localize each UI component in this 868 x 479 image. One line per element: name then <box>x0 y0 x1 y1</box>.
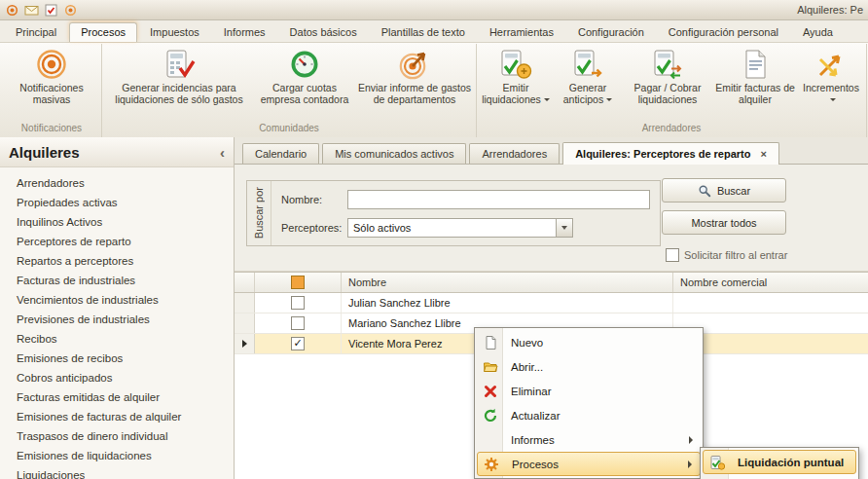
submenu-arrow-icon <box>688 461 692 468</box>
send-report-icon <box>398 48 431 81</box>
ribbon-tab-herramientas[interactable]: Herramientas <box>478 22 565 42</box>
mostrar-todos-label: Mostrar todos <box>691 217 756 229</box>
pay-collect-icon <box>651 48 684 81</box>
row-indicator-header <box>235 273 255 292</box>
sidebar-item-propiedades-activas[interactable]: Propiedades activas <box>0 193 234 212</box>
menu-item-eliminar[interactable]: Eliminar <box>477 379 701 403</box>
menu-item-actualizar[interactable]: Actualizar <box>477 403 701 427</box>
row-checkbox[interactable] <box>291 337 305 350</box>
sidebar-item-perceptores-de-reparto[interactable]: Perceptores de reparto <box>0 232 234 251</box>
row-indicator <box>235 334 255 353</box>
button-label: Incrementos <box>800 83 862 105</box>
ribbon-tab-configuracion-personal[interactable]: Configuración personal <box>657 22 790 42</box>
column-header-nombre-comercial[interactable]: Nombre comercial <box>673 273 868 292</box>
row-indicator <box>235 293 255 313</box>
button-label: Emitir facturas de alquiler <box>714 83 796 105</box>
row-indicator <box>235 313 255 333</box>
quick-access-toolbar <box>5 3 78 18</box>
tab-mis-comunicados-activos[interactable]: Mis comunicados activos <box>322 143 466 164</box>
tab-alquileres-perceptores-de-reparto[interactable]: Alquileres: Perceptores de reparto <box>562 142 779 165</box>
tab-arrendadores[interactable]: Arrendadores <box>469 143 560 164</box>
broadcast-icon <box>35 48 68 81</box>
sidebar-item-emisiones-de-recibos[interactable]: Emisiones de recibos <box>0 349 234 368</box>
sidebar-item-cobros-anticipados[interactable]: Cobros anticipados <box>0 368 234 387</box>
sidebar-item-recibos[interactable]: Recibos <box>0 329 234 349</box>
grid-header-row: Nombre Nombre comercial <box>235 273 868 293</box>
enviar-informe-button[interactable]: Enviar informe de gastos de departamento… <box>355 45 474 105</box>
sidebar-item-facturas-emitidas-de-alquiler[interactable]: Facturas emitidas de alquiler <box>0 387 234 407</box>
emitir-facturas-button[interactable]: Emitir facturas de alquiler <box>712 45 798 105</box>
emitir-liquidaciones-button[interactable]: Emitir liquidaciones <box>479 45 553 105</box>
sidebar-item-inquilinos-activos[interactable]: Inquilinos Activos <box>0 212 234 232</box>
filter-group-label: Buscar por <box>253 187 265 239</box>
ribbon-tab-informes[interactable]: Informes <box>212 22 277 42</box>
generar-anticipos-button[interactable]: Generar anticipos <box>553 45 623 105</box>
app-broadcast-icon[interactable] <box>5 3 19 18</box>
solicitar-filtro-checkbox[interactable] <box>666 248 679 262</box>
menu-item-nuevo[interactable]: Nuevo <box>477 330 701 354</box>
mail-icon[interactable] <box>24 3 39 18</box>
submenu-arrow-icon <box>689 436 693 444</box>
buscar-button[interactable]: Buscar <box>662 178 786 203</box>
perceptores-select[interactable]: Sólo activos <box>347 218 573 238</box>
button-label: Notificaciones masivas <box>6 83 97 105</box>
select-all-header[interactable] <box>255 273 342 292</box>
row-checkbox[interactable] <box>291 296 305 310</box>
cell-nombre: Julian Sanchez Llibre <box>342 293 673 313</box>
menu-item-liquidacion-puntual[interactable]: Liquidación puntual <box>703 450 856 474</box>
ribbon-tab-ayuda[interactable]: Ayuda <box>791 22 845 42</box>
liquidation-icon <box>705 455 729 470</box>
collapse-sidebar-icon[interactable] <box>220 145 225 160</box>
sidebar-item-traspasos-de-dinero-individual[interactable]: Traspasos de dinero individual <box>0 426 234 446</box>
procesos-submenu: Liquidación puntual <box>700 447 859 479</box>
pagar-cobrar-button[interactable]: Pagar / Cobrar liquidaciones <box>623 45 712 105</box>
close-tab-icon[interactable] <box>760 148 766 160</box>
menu-item-procesos[interactable]: Procesos <box>477 452 701 476</box>
ribbon-group-notificaciones: Notificaciones masivas Notificaciones <box>2 44 102 137</box>
column-header-nombre[interactable]: Nombre <box>342 273 673 292</box>
dropdown-arrow-icon <box>830 98 836 101</box>
ribbon-tab-principal[interactable]: Principal <box>4 22 68 42</box>
button-label: Cargar cuotas empresa contadora <box>256 83 353 105</box>
workspace: Alquileres Arrendadores Propiedades acti… <box>0 137 868 479</box>
ribbon-tab-configuracion[interactable]: Configuración <box>566 22 656 42</box>
sidebar-item-emisiones-de-liquidaciones[interactable]: Emisiones de liquidaciones <box>0 446 234 465</box>
button-label: Enviar informe de gastos de departamento… <box>357 83 472 105</box>
cargar-cuotas-button[interactable]: Cargar cuotas empresa contadora <box>254 45 355 105</box>
ribbon-tab-datos-basicos[interactable]: Datos básicos <box>278 22 369 42</box>
search-panel: Buscar por Nombre: Perceptores: Sólo act… <box>235 165 868 272</box>
tab-calendario[interactable]: Calendario <box>242 143 319 164</box>
sidebar-item-arrendadores[interactable]: Arrendadores <box>0 173 234 193</box>
row-checkbox[interactable] <box>291 316 305 330</box>
sidebar-item-vencimientos-de-industriales[interactable]: Vencimientos de industriales <box>0 290 234 310</box>
broadcast-icon[interactable] <box>63 3 78 18</box>
sidebar-item-previsiones-de-industriales[interactable]: Previsiones de industriales <box>0 310 234 329</box>
invoice-icon <box>739 48 772 81</box>
menu-item-abrir[interactable]: Abrir... <box>477 354 701 379</box>
select-all-checkbox[interactable] <box>291 276 305 289</box>
sidebar-title: Alquileres <box>9 144 220 161</box>
sidebar-item-emisiones-de-facturas-de-alquiler[interactable]: Emisiones de facturas de alquiler <box>0 407 234 426</box>
menu-item-informes[interactable]: Informes <box>477 427 701 452</box>
sidebar-item-facturas-de-industriales[interactable]: Facturas de industriales <box>0 271 234 290</box>
search-icon <box>698 184 711 198</box>
dropdown-arrow-icon <box>544 98 550 101</box>
sidebar-item-repartos-a-perceptores[interactable]: Repartos a perceptores <box>0 251 234 271</box>
chevron-down-icon <box>561 226 567 230</box>
button-label: Pagar / Cobrar liquidaciones <box>625 83 710 105</box>
ribbon-tab-impuestos[interactable]: Impuestos <box>138 22 211 42</box>
ribbon-tab-plantillas[interactable]: Plantillas de texto <box>370 22 477 42</box>
mostrar-todos-button[interactable]: Mostrar todos <box>662 210 786 235</box>
ribbon-tab-procesos[interactable]: Procesos <box>69 22 137 42</box>
sidebar-item-liquidaciones[interactable]: Liquidaciones <box>0 465 234 479</box>
dropdown-button[interactable] <box>556 219 572 237</box>
task-check-icon[interactable] <box>44 3 58 18</box>
nombre-input[interactable] <box>347 190 650 209</box>
table-row[interactable]: Julian Sanchez Llibre <box>235 293 868 313</box>
incrementos-button[interactable]: Incrementos <box>798 45 864 105</box>
generar-incidencias-button[interactable]: Generar incidencias para liquidaciones d… <box>104 45 254 105</box>
new-document-icon <box>479 335 502 350</box>
notificaciones-masivas-button[interactable]: Notificaciones masivas <box>4 45 99 105</box>
perceptores-label: Perceptores: <box>281 222 347 234</box>
sidebar-item-list: Arrendadores Propiedades activas Inquili… <box>0 167 234 479</box>
